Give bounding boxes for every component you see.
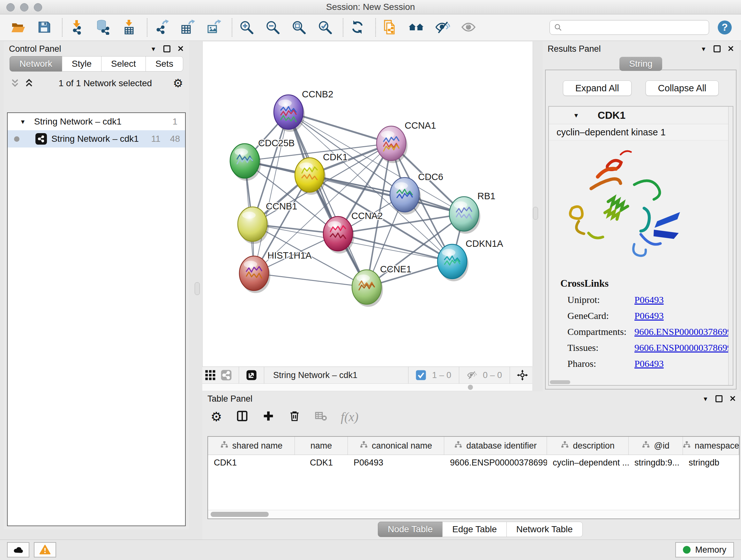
network-node-cdc6[interactable] — [390, 178, 419, 212]
crosslink-link-genecard[interactable]: P06493 — [634, 310, 664, 321]
splitter-dot-handle[interactable] — [468, 385, 473, 390]
add-column-plus-icon[interactable] — [262, 410, 274, 423]
table-row[interactable]: CDK1CDK1P064939606.ENSP00000378699cyclin… — [208, 455, 739, 470]
refresh-view-button[interactable] — [348, 18, 366, 37]
network-options-gear-icon[interactable]: ⚙ — [173, 78, 183, 89]
network-node-ccna1[interactable] — [377, 126, 406, 161]
zoom-out-button[interactable] — [264, 18, 281, 37]
tab-network-table[interactable]: Network Table — [507, 522, 583, 537]
export-network-button[interactable] — [152, 18, 171, 37]
tab-node-table[interactable]: Node Table — [378, 522, 443, 537]
left-splitter-handle[interactable] — [195, 282, 200, 295]
search-box[interactable] — [549, 20, 709, 35]
grid-view-icon[interactable] — [205, 370, 216, 381]
zoom-fit-button[interactable] — [290, 18, 308, 37]
crosslink-link-tissues[interactable]: 9606.ENSP00000378699 — [634, 342, 732, 353]
tab-style[interactable]: Style — [62, 56, 102, 71]
tab-edge-table[interactable]: Edge Table — [442, 522, 507, 537]
entry-expander-icon[interactable]: ▼ — [573, 112, 579, 118]
open-session-button[interactable] — [9, 18, 27, 37]
tab-network[interactable]: Network — [10, 56, 62, 71]
expand-all-button[interactable]: Expand All — [563, 80, 631, 96]
table-column-header-database-identifier[interactable]: database identifier — [444, 437, 547, 455]
table-options-gear-icon[interactable]: ⚙ — [211, 410, 222, 423]
memory-button[interactable]: Memory — [675, 542, 734, 557]
expand-all-networks-icon[interactable] — [23, 78, 35, 89]
open-session-icon — [10, 19, 25, 36]
results-horizontal-scroll-thumb[interactable] — [550, 380, 570, 384]
show-eye-button[interactable] — [460, 18, 477, 37]
selected-nodes-checkbox-icon[interactable] — [415, 370, 426, 381]
panel-float-icon[interactable] — [716, 395, 723, 402]
panel-float-icon[interactable] — [714, 45, 721, 52]
fit-move-crosshair-icon[interactable] — [517, 370, 528, 381]
table-column-header-description[interactable]: description — [547, 437, 629, 455]
network-node-rb1[interactable] — [449, 197, 479, 231]
network-node-cdc25b[interactable] — [230, 144, 259, 178]
export-image-button[interactable] — [205, 18, 223, 37]
network-edge[interactable] — [254, 112, 288, 273]
right-splitter-handle[interactable] — [533, 207, 538, 220]
cloud-services-button[interactable] — [7, 542, 29, 557]
network-node-hist1h1a[interactable] — [239, 256, 269, 291]
horizontal-splitter[interactable] — [202, 384, 532, 391]
panel-menu-icon[interactable]: ▼ — [700, 46, 706, 52]
toolbar-separator — [62, 18, 63, 37]
export-table-button[interactable] — [179, 18, 197, 37]
network-node-ccne1[interactable] — [352, 270, 381, 304]
tab-string[interactable]: String — [619, 57, 662, 71]
results-vertical-scrollbar[interactable] — [728, 107, 733, 385]
table-horizontal-scrollbar[interactable] — [208, 510, 739, 518]
panel-float-icon[interactable] — [163, 45, 171, 52]
network-node-ccnb2[interactable] — [274, 95, 303, 129]
network-row-selected[interactable]: String Network – cdk1 11 48 — [8, 130, 185, 147]
network-share-icon[interactable] — [221, 370, 232, 381]
zoom-in-button[interactable] — [238, 18, 255, 37]
birds-eye-view-icon[interactable] — [246, 370, 257, 381]
panel-menu-icon[interactable]: ▼ — [150, 46, 156, 52]
table-scroll-thumb[interactable] — [211, 512, 269, 517]
network-node-ccnb1[interactable] — [238, 207, 267, 241]
table-column-header-shared-name[interactable]: shared name — [208, 437, 295, 455]
tab-sets[interactable]: Sets — [145, 56, 183, 71]
network-edge[interactable] — [288, 112, 367, 287]
import-database-button[interactable] — [94, 18, 112, 37]
network-edge[interactable] — [254, 273, 367, 287]
show-columns-icon[interactable] — [236, 410, 248, 423]
network-node-cdkn1a[interactable] — [437, 244, 467, 279]
zoom-selected-button[interactable] — [316, 18, 334, 37]
crosslinks-heading: CrossLinks — [560, 278, 733, 289]
network-canvas[interactable]: CCNB2CCNA1CDC25BCDK1CDC6RB1CCNB1CCNA2CDK… — [202, 42, 533, 367]
crosslink-link-compartments[interactable]: 9606.ENSP00000378699 — [634, 326, 732, 337]
export-table-icon — [180, 19, 195, 36]
crosslink-link-pharos[interactable]: P06493 — [634, 358, 664, 369]
collection-expander-icon[interactable]: ▼ — [20, 119, 26, 125]
panel-close-icon[interactable] — [728, 44, 734, 54]
help-icon: ? — [717, 19, 733, 36]
column-tree-icon — [561, 441, 569, 451]
search-input[interactable] — [565, 22, 705, 33]
network-collection-row[interactable]: ▼ String Network – cdk1 1 — [8, 113, 185, 130]
help-button[interactable]: ? — [717, 19, 733, 36]
delete-column-trash-icon[interactable] — [288, 410, 300, 423]
crosslink-link-uniprot[interactable]: P06493 — [634, 294, 664, 305]
duplicate-network-button[interactable] — [381, 18, 399, 37]
table-column-header-namespace[interactable]: namespace — [683, 437, 739, 455]
import-table-button[interactable] — [120, 18, 138, 37]
hide-glasses-button[interactable] — [433, 18, 451, 37]
table-column-header-name[interactable]: name — [295, 437, 348, 455]
save-session-button[interactable] — [35, 18, 53, 37]
import-network-button[interactable] — [68, 18, 85, 37]
collapse-all-networks-icon[interactable] — [10, 78, 20, 89]
panel-close-icon[interactable] — [730, 394, 736, 404]
node-entry-header[interactable]: ▼ CDK1 — [549, 107, 733, 124]
panel-menu-icon[interactable]: ▼ — [702, 396, 709, 402]
table-column-header-@id[interactable]: @id — [629, 437, 683, 455]
panel-close-icon[interactable] — [178, 44, 184, 54]
collapse-all-button[interactable]: Collapse All — [646, 80, 719, 96]
tab-select[interactable]: Select — [101, 56, 146, 71]
warnings-button[interactable] — [34, 542, 56, 557]
protein-structure-image — [549, 140, 733, 274]
string-home-button[interactable] — [407, 18, 425, 37]
table-column-header-canonical-name[interactable]: canonical name — [348, 437, 444, 455]
